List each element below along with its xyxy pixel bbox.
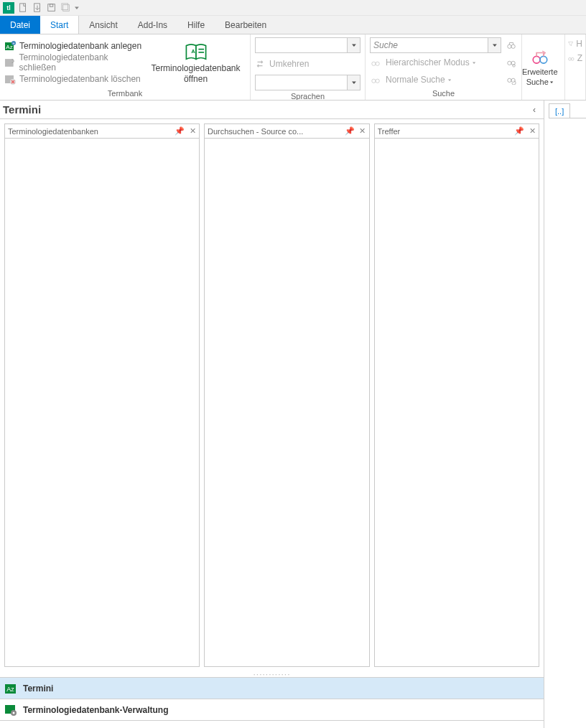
group-label-advanced xyxy=(522,96,564,100)
svg-point-20 xyxy=(508,61,511,65)
nav-termini-label: Termini xyxy=(23,683,53,694)
svg-point-35 xyxy=(13,711,15,714)
svg-point-25 xyxy=(508,78,511,82)
termbank-close-label: Terminologiedatenbank schließen xyxy=(19,52,144,73)
splitter-gripper[interactable]: ∙∙∙∙∙∙∙∙∙∙∙∙ xyxy=(0,671,544,677)
target-language-value xyxy=(256,75,347,90)
termbank-open-label-2: öffnen xyxy=(184,75,208,84)
advanced-search-label-1: Erweiterte xyxy=(522,67,558,76)
ribbon-tabs: Datei Start Ansicht Add-Ins Hilfe Bearbe… xyxy=(0,16,586,34)
nav-verwaltung-label: Terminologiedatenbank-Verwaltung xyxy=(23,705,168,715)
nav-item-verwaltung[interactable]: Terminologiedatenbank-Verwaltung xyxy=(0,699,544,721)
filter-label-2: Z xyxy=(577,53,582,63)
termbank-open-button[interactable]: A Terminologiedatenbank öffnen xyxy=(144,34,248,88)
qat-new-icon[interactable] xyxy=(17,1,29,14)
ribbon-group-search: Suche ▾ Hierarchischer Modus ▾ xyxy=(366,34,522,100)
tab-edit[interactable]: Bearbeiten xyxy=(215,16,276,34)
collapse-section-icon[interactable]: ‹ xyxy=(529,105,539,115)
nav-item-termini[interactable]: Az Termini xyxy=(0,678,544,699)
group-label-termbank: Termbank xyxy=(0,88,250,100)
svg-text:+: + xyxy=(13,41,15,45)
svg-point-18 xyxy=(372,62,376,65)
search-placeholder: Suche xyxy=(371,38,488,52)
svg-point-27 xyxy=(533,56,540,63)
target-language-combo[interactable]: ▾ xyxy=(255,75,361,90)
pane-hits-title: Treffer xyxy=(378,127,512,136)
normal-search-label: Normale Suche xyxy=(386,75,445,85)
pane-browse-body xyxy=(205,139,369,666)
pin-icon[interactable]: 📌 xyxy=(514,126,524,136)
qat-customize-dropdown[interactable]: ▾ xyxy=(73,3,80,13)
nav-termini-icon: Az xyxy=(4,682,17,695)
filter-label-1: H xyxy=(576,39,582,49)
svg-text:A: A xyxy=(191,48,195,55)
termbank-delete-button: Terminologiedatenbank löschen xyxy=(4,70,144,87)
svg-point-23 xyxy=(372,79,376,83)
search-combo[interactable]: Suche ▾ xyxy=(370,37,501,53)
binoculars-hier-icon xyxy=(370,57,381,68)
invert-languages-button: Umkehren xyxy=(255,56,361,72)
nav-verwaltung-icon xyxy=(4,704,17,717)
qat-save-icon[interactable] xyxy=(45,1,58,14)
filter-row-1: H xyxy=(568,39,582,49)
pane-termbanks: Terminologiedatenbanken 📌 ✕ xyxy=(4,123,200,667)
tab-addins[interactable]: Add-Ins xyxy=(128,16,177,34)
dropdown-icon[interactable]: ▾ xyxy=(347,75,360,90)
tab-help[interactable]: Hilfe xyxy=(177,16,215,34)
invert-languages-label: Umkehren xyxy=(269,59,309,69)
svg-point-26 xyxy=(511,78,515,82)
svg-point-17 xyxy=(511,45,515,48)
svg-point-30 xyxy=(571,57,574,60)
section-title-bar: Termini ‹ xyxy=(0,101,544,119)
normal-search-button: Normale Suche ▾ xyxy=(386,75,501,85)
close-icon[interactable]: ✕ xyxy=(358,126,368,136)
tab-start[interactable]: Start xyxy=(40,16,79,34)
binoculars-normal-icon xyxy=(370,74,381,85)
svg-rect-2 xyxy=(48,4,55,11)
dropdown-icon[interactable]: ▾ xyxy=(347,38,360,52)
ribbon-group-languages: ▾ Umkehren ▾ Sprachen xyxy=(251,34,366,100)
termbank-delete-label: Terminologiedatenbank löschen xyxy=(19,74,141,84)
svg-point-24 xyxy=(376,79,379,83)
ribbon-group-filter: H Z xyxy=(565,34,586,100)
pane-container: Terminologiedatenbanken 📌 ✕ Durchsuchen … xyxy=(0,119,544,671)
hierarchical-mode-label: Hierarchischer Modus xyxy=(386,57,470,67)
dropdown-icon[interactable]: ▾ xyxy=(488,38,501,52)
group-label-languages: Sprachen xyxy=(251,90,365,101)
source-language-combo[interactable]: ▾ xyxy=(255,37,361,53)
advanced-search-icon xyxy=(531,49,549,66)
ribbon-group-termbank: Az+ Terminologiedatenbank anlegen Termin… xyxy=(0,34,251,100)
source-language-value xyxy=(256,38,347,52)
close-icon[interactable]: ✕ xyxy=(187,126,197,136)
ribbon: Az+ Terminologiedatenbank anlegen Termin… xyxy=(0,34,586,101)
svg-point-28 xyxy=(540,56,547,63)
editor-tab-empty[interactable]: [..] xyxy=(549,103,570,118)
advanced-search-button[interactable]: Erweiterte Suche▾ xyxy=(522,34,558,96)
close-icon[interactable]: ✕ xyxy=(527,126,537,136)
svg-rect-3 xyxy=(50,4,52,6)
ribbon-group-advanced-search: Erweiterte Suche▾ xyxy=(522,34,565,100)
qat-saveall-icon[interactable] xyxy=(60,1,73,14)
pane-hits-body xyxy=(375,139,539,666)
qat-open-icon[interactable] xyxy=(31,1,44,14)
navigation-bar: Az Termini Terminologiedatenbank-Verwalt… xyxy=(0,677,544,728)
binoculars-gear-icon[interactable] xyxy=(506,57,517,68)
termbank-create-icon: Az+ xyxy=(4,40,16,52)
pane-termbanks-body xyxy=(5,139,199,666)
hierarchical-mode-button: Hierarchischer Modus ▾ xyxy=(386,57,501,67)
swap-icon xyxy=(255,59,265,69)
tab-file[interactable]: Datei xyxy=(0,16,40,34)
svg-point-29 xyxy=(569,57,572,60)
pane-hits: Treffer 📌 ✕ xyxy=(374,123,540,667)
section-title: Termini xyxy=(3,103,41,116)
filter-row-2: Z xyxy=(568,53,582,63)
pin-icon[interactable]: 📌 xyxy=(345,126,355,136)
left-workspace: Termini ‹ Terminologiedatenbanken 📌 ✕ Du… xyxy=(0,101,544,728)
pin-icon[interactable]: 📌 xyxy=(175,126,185,136)
binoculars-refresh-icon[interactable] xyxy=(506,74,517,85)
svg-point-16 xyxy=(508,45,511,48)
svg-text:Az: Az xyxy=(6,686,14,693)
tab-view[interactable]: Ansicht xyxy=(79,16,127,34)
main-area: Termini ‹ Terminologiedatenbanken 📌 ✕ Du… xyxy=(0,101,586,728)
binoculars-icon[interactable] xyxy=(506,39,517,51)
